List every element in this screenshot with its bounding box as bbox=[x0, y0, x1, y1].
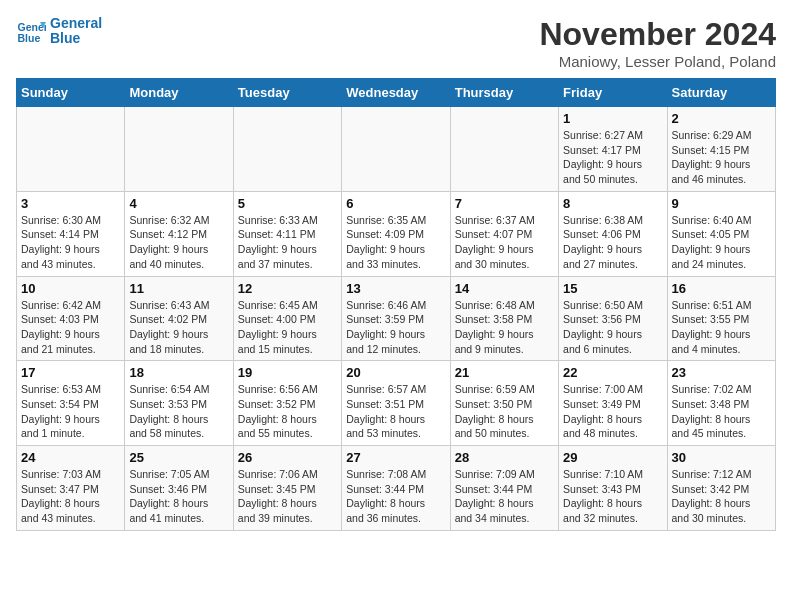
day-cell: 3Sunrise: 6:30 AM Sunset: 4:14 PM Daylig… bbox=[17, 191, 125, 276]
day-cell: 19Sunrise: 6:56 AM Sunset: 3:52 PM Dayli… bbox=[233, 361, 341, 446]
svg-text:Blue: Blue bbox=[18, 32, 41, 44]
day-cell: 30Sunrise: 7:12 AM Sunset: 3:42 PM Dayli… bbox=[667, 446, 775, 531]
day-cell bbox=[342, 107, 450, 192]
day-cell: 27Sunrise: 7:08 AM Sunset: 3:44 PM Dayli… bbox=[342, 446, 450, 531]
day-info: Sunrise: 6:57 AM Sunset: 3:51 PM Dayligh… bbox=[346, 382, 445, 441]
day-info: Sunrise: 6:42 AM Sunset: 4:03 PM Dayligh… bbox=[21, 298, 120, 357]
day-number: 22 bbox=[563, 365, 662, 380]
day-info: Sunrise: 6:56 AM Sunset: 3:52 PM Dayligh… bbox=[238, 382, 337, 441]
day-cell: 23Sunrise: 7:02 AM Sunset: 3:48 PM Dayli… bbox=[667, 361, 775, 446]
day-number: 7 bbox=[455, 196, 554, 211]
day-info: Sunrise: 6:48 AM Sunset: 3:58 PM Dayligh… bbox=[455, 298, 554, 357]
day-cell: 22Sunrise: 7:00 AM Sunset: 3:49 PM Dayli… bbox=[559, 361, 667, 446]
day-cell: 26Sunrise: 7:06 AM Sunset: 3:45 PM Dayli… bbox=[233, 446, 341, 531]
day-info: Sunrise: 7:08 AM Sunset: 3:44 PM Dayligh… bbox=[346, 467, 445, 526]
day-number: 24 bbox=[21, 450, 120, 465]
day-cell: 24Sunrise: 7:03 AM Sunset: 3:47 PM Dayli… bbox=[17, 446, 125, 531]
day-number: 19 bbox=[238, 365, 337, 380]
day-cell: 20Sunrise: 6:57 AM Sunset: 3:51 PM Dayli… bbox=[342, 361, 450, 446]
week-row-3: 10Sunrise: 6:42 AM Sunset: 4:03 PM Dayli… bbox=[17, 276, 776, 361]
day-number: 23 bbox=[672, 365, 771, 380]
day-number: 29 bbox=[563, 450, 662, 465]
day-info: Sunrise: 7:00 AM Sunset: 3:49 PM Dayligh… bbox=[563, 382, 662, 441]
month-title: November 2024 bbox=[539, 16, 776, 53]
day-info: Sunrise: 6:35 AM Sunset: 4:09 PM Dayligh… bbox=[346, 213, 445, 272]
day-number: 8 bbox=[563, 196, 662, 211]
day-number: 13 bbox=[346, 281, 445, 296]
day-cell: 28Sunrise: 7:09 AM Sunset: 3:44 PM Dayli… bbox=[450, 446, 558, 531]
day-number: 21 bbox=[455, 365, 554, 380]
day-info: Sunrise: 6:40 AM Sunset: 4:05 PM Dayligh… bbox=[672, 213, 771, 272]
weekday-header-tuesday: Tuesday bbox=[233, 79, 341, 107]
day-cell: 29Sunrise: 7:10 AM Sunset: 3:43 PM Dayli… bbox=[559, 446, 667, 531]
day-number: 4 bbox=[129, 196, 228, 211]
calendar-table: SundayMondayTuesdayWednesdayThursdayFrid… bbox=[16, 78, 776, 531]
logo-general: General bbox=[50, 16, 102, 31]
day-number: 16 bbox=[672, 281, 771, 296]
day-number: 11 bbox=[129, 281, 228, 296]
day-number: 27 bbox=[346, 450, 445, 465]
day-info: Sunrise: 7:06 AM Sunset: 3:45 PM Dayligh… bbox=[238, 467, 337, 526]
day-number: 15 bbox=[563, 281, 662, 296]
day-info: Sunrise: 6:29 AM Sunset: 4:15 PM Dayligh… bbox=[672, 128, 771, 187]
day-number: 1 bbox=[563, 111, 662, 126]
day-info: Sunrise: 6:27 AM Sunset: 4:17 PM Dayligh… bbox=[563, 128, 662, 187]
day-cell: 10Sunrise: 6:42 AM Sunset: 4:03 PM Dayli… bbox=[17, 276, 125, 361]
day-cell: 4Sunrise: 6:32 AM Sunset: 4:12 PM Daylig… bbox=[125, 191, 233, 276]
day-info: Sunrise: 6:37 AM Sunset: 4:07 PM Dayligh… bbox=[455, 213, 554, 272]
week-row-5: 24Sunrise: 7:03 AM Sunset: 3:47 PM Dayli… bbox=[17, 446, 776, 531]
day-number: 20 bbox=[346, 365, 445, 380]
day-cell: 11Sunrise: 6:43 AM Sunset: 4:02 PM Dayli… bbox=[125, 276, 233, 361]
day-number: 30 bbox=[672, 450, 771, 465]
day-number: 3 bbox=[21, 196, 120, 211]
week-row-2: 3Sunrise: 6:30 AM Sunset: 4:14 PM Daylig… bbox=[17, 191, 776, 276]
day-info: Sunrise: 7:02 AM Sunset: 3:48 PM Dayligh… bbox=[672, 382, 771, 441]
day-cell: 25Sunrise: 7:05 AM Sunset: 3:46 PM Dayli… bbox=[125, 446, 233, 531]
day-number: 25 bbox=[129, 450, 228, 465]
day-info: Sunrise: 6:50 AM Sunset: 3:56 PM Dayligh… bbox=[563, 298, 662, 357]
day-cell: 18Sunrise: 6:54 AM Sunset: 3:53 PM Dayli… bbox=[125, 361, 233, 446]
day-cell bbox=[450, 107, 558, 192]
day-number: 26 bbox=[238, 450, 337, 465]
day-number: 9 bbox=[672, 196, 771, 211]
day-info: Sunrise: 6:30 AM Sunset: 4:14 PM Dayligh… bbox=[21, 213, 120, 272]
day-cell: 1Sunrise: 6:27 AM Sunset: 4:17 PM Daylig… bbox=[559, 107, 667, 192]
weekday-header-sunday: Sunday bbox=[17, 79, 125, 107]
day-cell: 7Sunrise: 6:37 AM Sunset: 4:07 PM Daylig… bbox=[450, 191, 558, 276]
day-info: Sunrise: 6:59 AM Sunset: 3:50 PM Dayligh… bbox=[455, 382, 554, 441]
day-number: 12 bbox=[238, 281, 337, 296]
day-info: Sunrise: 6:43 AM Sunset: 4:02 PM Dayligh… bbox=[129, 298, 228, 357]
day-cell bbox=[233, 107, 341, 192]
day-cell: 15Sunrise: 6:50 AM Sunset: 3:56 PM Dayli… bbox=[559, 276, 667, 361]
day-number: 5 bbox=[238, 196, 337, 211]
title-area: November 2024 Maniowy, Lesser Poland, Po… bbox=[539, 16, 776, 70]
day-cell: 16Sunrise: 6:51 AM Sunset: 3:55 PM Dayli… bbox=[667, 276, 775, 361]
weekday-header-row: SundayMondayTuesdayWednesdayThursdayFrid… bbox=[17, 79, 776, 107]
day-number: 2 bbox=[672, 111, 771, 126]
day-number: 18 bbox=[129, 365, 228, 380]
weekday-header-thursday: Thursday bbox=[450, 79, 558, 107]
weekday-header-monday: Monday bbox=[125, 79, 233, 107]
day-cell: 12Sunrise: 6:45 AM Sunset: 4:00 PM Dayli… bbox=[233, 276, 341, 361]
day-info: Sunrise: 6:38 AM Sunset: 4:06 PM Dayligh… bbox=[563, 213, 662, 272]
weekday-header-wednesday: Wednesday bbox=[342, 79, 450, 107]
day-cell: 13Sunrise: 6:46 AM Sunset: 3:59 PM Dayli… bbox=[342, 276, 450, 361]
day-number: 28 bbox=[455, 450, 554, 465]
day-cell: 9Sunrise: 6:40 AM Sunset: 4:05 PM Daylig… bbox=[667, 191, 775, 276]
logo: General Blue General Blue bbox=[16, 16, 102, 47]
day-info: Sunrise: 7:10 AM Sunset: 3:43 PM Dayligh… bbox=[563, 467, 662, 526]
day-info: Sunrise: 6:33 AM Sunset: 4:11 PM Dayligh… bbox=[238, 213, 337, 272]
day-cell: 2Sunrise: 6:29 AM Sunset: 4:15 PM Daylig… bbox=[667, 107, 775, 192]
day-cell: 21Sunrise: 6:59 AM Sunset: 3:50 PM Dayli… bbox=[450, 361, 558, 446]
day-info: Sunrise: 7:12 AM Sunset: 3:42 PM Dayligh… bbox=[672, 467, 771, 526]
day-number: 6 bbox=[346, 196, 445, 211]
day-info: Sunrise: 7:05 AM Sunset: 3:46 PM Dayligh… bbox=[129, 467, 228, 526]
day-number: 14 bbox=[455, 281, 554, 296]
day-cell: 5Sunrise: 6:33 AM Sunset: 4:11 PM Daylig… bbox=[233, 191, 341, 276]
day-number: 10 bbox=[21, 281, 120, 296]
weekday-header-saturday: Saturday bbox=[667, 79, 775, 107]
location-title: Maniowy, Lesser Poland, Poland bbox=[539, 53, 776, 70]
header: General Blue General Blue November 2024 … bbox=[16, 16, 776, 70]
weekday-header-friday: Friday bbox=[559, 79, 667, 107]
week-row-4: 17Sunrise: 6:53 AM Sunset: 3:54 PM Dayli… bbox=[17, 361, 776, 446]
